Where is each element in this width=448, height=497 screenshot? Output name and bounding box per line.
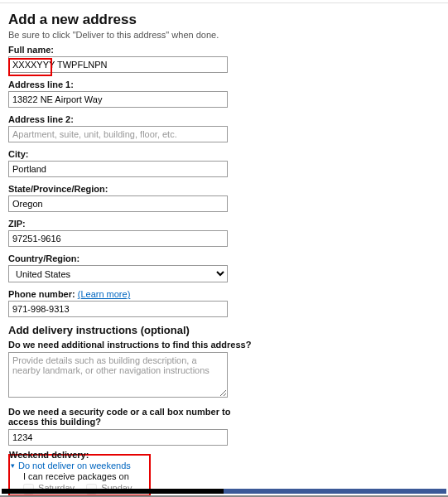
address2-input[interactable] — [8, 126, 228, 142]
weekend-option-label: Do not deliver on weekends — [18, 461, 131, 470]
state-label: State/Province/Region: — [8, 184, 257, 194]
address2-label: Address line 2: — [8, 114, 257, 124]
zip-input[interactable] — [8, 230, 228, 247]
bottom-bar — [2, 489, 446, 494]
phone-input[interactable] — [8, 301, 228, 317]
fullname-label: Full name: — [8, 45, 257, 55]
security-code-label: Do we need a security code or a call box… — [8, 407, 257, 427]
page-subtitle: Be sure to click "Deliver to this addres… — [8, 30, 257, 40]
fullname-input[interactable] — [8, 56, 228, 73]
address1-input[interactable] — [8, 91, 228, 108]
country-label: Country/Region: — [8, 253, 257, 263]
city-label: City: — [8, 149, 257, 159]
page-title: Add a new address — [8, 12, 257, 28]
security-code-input[interactable] — [8, 429, 228, 446]
additional-instructions-input[interactable] — [8, 352, 228, 398]
weekend-label: Weekend delivery: — [9, 450, 149, 460]
city-input[interactable] — [8, 161, 228, 177]
weekend-option-row[interactable]: ▾ Do not deliver on weekends — [10, 461, 149, 470]
address1-label: Address line 1: — [8, 80, 257, 89]
additional-instructions-label: Do we need additional instructions to fi… — [8, 340, 257, 350]
main-content: Add a new address Be sure to click "Deli… — [0, 3, 257, 496]
state-input[interactable] — [8, 195, 228, 212]
zip-label: ZIP: — [8, 219, 257, 229]
phone-learn-more-link[interactable]: (Learn more) — [78, 289, 131, 299]
country-select[interactable]: United States — [8, 265, 228, 282]
delivery-heading: Add delivery instructions (optional) — [8, 324, 257, 336]
weekend-subtext: I can receive packages on — [23, 471, 149, 481]
phone-label-text: Phone number: — [8, 289, 75, 299]
chevron-down-icon: ▾ — [11, 461, 15, 470]
phone-label: Phone number: (Learn more) — [8, 289, 257, 299]
